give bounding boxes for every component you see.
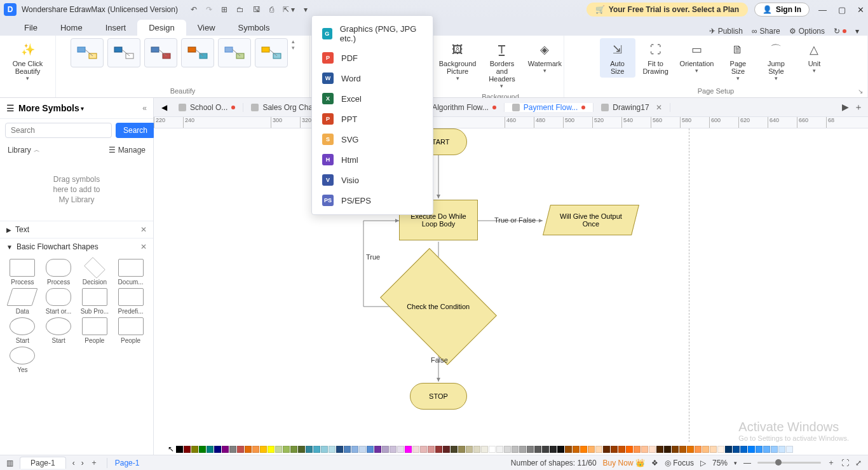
theme-preset[interactable]: [144, 38, 177, 67]
color-swatch[interactable]: [290, 446, 297, 453]
color-swatch[interactable]: [778, 446, 785, 453]
color-swatch[interactable]: [412, 446, 419, 453]
collapse-ribbon-icon[interactable]: ▾: [855, 27, 859, 36]
color-swatch[interactable]: [649, 446, 656, 453]
color-swatch[interactable]: [245, 446, 252, 453]
color-swatch[interactable]: [550, 446, 557, 453]
add-page-icon[interactable]: ＋: [90, 457, 98, 468]
color-swatch[interactable]: [565, 446, 572, 453]
export-item-word[interactable]: WWord: [312, 68, 433, 88]
color-swatch[interactable]: [588, 446, 595, 453]
export-item-visio[interactable]: VVisio: [312, 170, 433, 190]
theme-preset[interactable]: [218, 38, 251, 67]
color-swatch[interactable]: [405, 446, 412, 453]
output-node[interactable]: Will Give the Output Once: [543, 205, 639, 235]
color-swatch[interactable]: [611, 446, 618, 453]
buy-now-link[interactable]: Buy Now 👑: [603, 459, 645, 467]
layers-icon[interactable]: ❖: [651, 459, 658, 467]
shape-stencil[interactable]: Sub Pro...: [78, 288, 112, 315]
color-swatch[interactable]: [679, 446, 686, 453]
color-swatch[interactable]: [634, 446, 641, 453]
color-swatch[interactable]: [496, 446, 503, 453]
zoom-in-icon[interactable]: ＋: [827, 457, 835, 468]
tab-file[interactable]: File: [13, 20, 49, 36]
color-swatch[interactable]: [359, 446, 366, 453]
color-swatch[interactable]: [489, 446, 496, 453]
page-tab[interactable]: Page-1: [20, 457, 66, 469]
color-swatch[interactable]: [329, 446, 336, 453]
color-swatch[interactable]: [283, 446, 290, 453]
color-swatch[interactable]: [390, 446, 397, 453]
color-swatch[interactable]: [336, 446, 343, 453]
color-swatch[interactable]: [306, 446, 313, 453]
new-icon[interactable]: ⊞: [221, 5, 227, 14]
color-swatch[interactable]: [252, 446, 259, 453]
page-setup-launcher[interactable]: ↘: [858, 88, 863, 95]
tab-home[interactable]: Home: [49, 20, 94, 36]
color-swatch[interactable]: [748, 446, 755, 453]
orientation-button[interactable]: ▭Orientation▾: [676, 38, 718, 76]
color-swatch[interactable]: [756, 446, 763, 453]
color-swatch[interactable]: [580, 446, 587, 453]
manage-button[interactable]: ☰ Manage: [109, 146, 146, 155]
color-swatch[interactable]: [573, 446, 580, 453]
panel-collapse-icon[interactable]: «: [142, 104, 147, 113]
shape-stencil[interactable]: Process: [41, 259, 76, 286]
color-swatch[interactable]: [603, 446, 610, 453]
symbols-dropdown-icon[interactable]: ▾: [81, 105, 84, 112]
one-click-beautify-button[interactable]: ✨ One Click Beautify ▾: [9, 38, 47, 84]
color-swatch[interactable]: [207, 446, 214, 453]
doc-tab[interactable]: School O...: [171, 103, 243, 112]
color-swatch[interactable]: [542, 446, 549, 453]
shape-stencil[interactable]: People: [78, 317, 112, 344]
section-basic-label[interactable]: Basic Flowchart Shapes: [17, 242, 98, 251]
undo-icon[interactable]: ↶: [191, 5, 197, 14]
color-swatch[interactable]: [237, 446, 244, 453]
color-swatch[interactable]: [702, 446, 709, 453]
color-swatch[interactable]: [344, 446, 351, 453]
color-swatch[interactable]: [382, 446, 389, 453]
chevron-down-icon[interactable]: ▼: [6, 244, 13, 251]
export-item-graphics[interactable]: GGraphics (PNG, JPG etc.): [312, 20, 433, 48]
shape-stencil[interactable]: Process: [5, 259, 40, 286]
page-tab-prev-icon[interactable]: ‹: [72, 459, 75, 467]
theme-preset[interactable]: [107, 38, 140, 67]
color-swatch[interactable]: [512, 446, 519, 453]
color-swatch[interactable]: [214, 446, 221, 453]
color-swatch[interactable]: [298, 446, 305, 453]
color-swatch[interactable]: [763, 446, 770, 453]
jump-style-button[interactable]: ⌒Jump Style▾: [758, 38, 794, 84]
color-swatch[interactable]: [534, 446, 541, 453]
color-swatch[interactable]: [618, 446, 625, 453]
tab-insert[interactable]: Insert: [94, 20, 138, 36]
color-swatch[interactable]: [199, 446, 206, 453]
color-swatch[interactable]: [733, 446, 740, 453]
minimize-icon[interactable]: —: [818, 5, 827, 15]
symbol-search-button[interactable]: Search: [116, 123, 155, 138]
shape-stencil[interactable]: Start: [41, 317, 76, 344]
color-swatch[interactable]: [557, 446, 564, 453]
notifications-icon[interactable]: ↻: [834, 27, 846, 36]
tabs-prev-icon[interactable]: ◀: [158, 103, 171, 112]
color-swatch[interactable]: [664, 446, 671, 453]
background-picture-button[interactable]: 🖼Background Picture▾: [437, 38, 478, 84]
color-swatch[interactable]: [420, 446, 427, 453]
borders-headers-button[interactable]: T̲Borders and Headers▾: [481, 38, 523, 92]
color-swatch[interactable]: [451, 446, 458, 453]
color-picker-icon[interactable]: ↖: [168, 445, 174, 453]
color-swatch[interactable]: [695, 446, 702, 453]
chevron-right-icon[interactable]: ▶: [6, 226, 11, 233]
export-item-html[interactable]: HHtml: [312, 149, 433, 170]
shape-stencil[interactable]: Data: [5, 288, 40, 315]
shape-stencil[interactable]: Docum...: [113, 259, 148, 286]
zoom-out-icon[interactable]: —: [743, 459, 751, 467]
watermark-button[interactable]: ◈Watermark▾: [526, 38, 564, 76]
shape-stencil[interactable]: Predefi...: [113, 288, 148, 315]
trial-banner[interactable]: 🛒 Your Free Trial is over. Select a Plan: [587, 3, 748, 17]
print-icon[interactable]: ⎙: [269, 5, 274, 14]
fullscreen-icon[interactable]: ⤢: [855, 459, 862, 467]
fit-page-icon[interactable]: ⛶: [841, 459, 849, 467]
new-doc-tab-icon[interactable]: ＋: [854, 102, 863, 113]
color-swatch[interactable]: [786, 446, 793, 453]
color-swatch[interactable]: [641, 446, 648, 453]
